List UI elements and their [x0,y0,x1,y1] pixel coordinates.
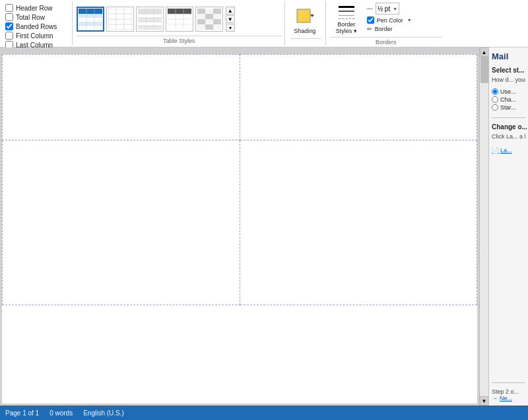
pen-weight-dropdown[interactable]: ½ pt ▼ [376,3,399,15]
doc-page-area[interactable] [0,47,479,405]
main-area: ▲ ▼ Mail Select st... How d... your m...… [0,47,528,405]
borders-group: BorderStyles ▾ — ½ pt ▼ Pen Color ▼ ✏ [327,1,446,45]
style-scroll-up[interactable]: ▲ [226,7,235,15]
border-styles-label: BorderStyles ▾ [336,22,357,35]
header-row-checkbox[interactable] [5,4,13,12]
svg-rect-15 [138,18,162,22]
scroll-track[interactable] [480,57,488,396]
border-styles-button[interactable]: BorderStyles ▾ [330,3,363,37]
table-styles-content: ▲ ▼ ▾ [77,3,282,36]
style-thumb-1-icon [79,9,102,30]
first-column-label: First Column [16,32,53,40]
shading-group: Shading [286,1,326,45]
banded-rows-checkbox-row[interactable]: Banded Rows [5,22,60,30]
style-thumbnails [77,7,223,32]
radio-star[interactable] [492,104,498,111]
radio-use[interactable] [492,88,498,95]
borders-content: BorderStyles ▾ — ½ pt ▼ Pen Color ▼ ✏ [330,3,442,37]
style-scroll-down[interactable]: ▼ [226,15,235,23]
svg-rect-4 [79,26,102,30]
total-row-checkbox[interactable] [5,13,13,21]
header-row-checkbox-row[interactable]: Header Row [5,4,60,12]
style-thumb-2[interactable] [106,7,134,32]
pen-color-arrow: ▼ [407,18,412,22]
radio-use-label: Use... [500,88,516,95]
shading-button[interactable]: Shading [290,4,319,38]
svg-rect-37 [297,9,310,22]
table-row [3,55,477,140]
svg-rect-35 [205,24,213,30]
svg-rect-14 [138,9,162,14]
radio-cha-label: Cha... [500,96,516,103]
svg-rect-32 [205,14,213,19]
table-styles-group: ▲ ▼ ▾ Table Styles [74,1,285,45]
scroll-up-button[interactable]: ▲ [480,47,489,57]
total-row-checkbox-row[interactable]: Total Row [5,13,60,21]
pen-weight-arrow: ▼ [393,7,397,11]
svg-rect-31 [197,9,205,14]
next-arrow-icon: → [492,395,498,402]
table-style-options-group: Header Row Total Row Banded Rows First C… [3,1,73,45]
ribbon: Header Row Total Row Banded Rows First C… [0,0,528,47]
svg-rect-3 [79,22,102,26]
mail-select-description: How d... your m... [492,76,525,84]
mail-change-description: Click La... a label... [492,133,525,141]
scroll-thumb[interactable] [480,57,488,83]
mail-select-title: Select st... [492,67,525,74]
svg-rect-16 [138,26,162,30]
border-lines-icon [337,5,356,20]
shading-icon [296,8,314,26]
pen-color-checkbox[interactable] [367,16,374,24]
mail-label-icon: 📄 [492,147,499,154]
table-cell [240,55,477,140]
doc-scrollbar: ▲ ▼ [479,47,488,405]
table-row [3,140,477,305]
status-page-info: Page 1 of 1 [5,409,39,417]
status-bar: Page 1 of 1 0 words English (U.S.) [0,405,528,420]
radio-cha[interactable] [492,96,498,103]
radio-cha-row[interactable]: Cha... [492,96,525,103]
borders-group-label: Borders [330,37,442,47]
mail-panel-title: Mail [492,51,525,61]
table-cell [3,55,240,140]
table-styles-label: Table Styles [77,36,282,45]
svg-rect-1 [79,14,102,18]
table-cell [240,140,477,305]
status-language: English (U.S.) [83,409,124,417]
svg-rect-2 [79,18,102,22]
shading-content: Shading [290,3,321,38]
mail-panel: Mail Select st... How d... your m... Use… [488,47,528,405]
step-label: Step 2 o... [492,388,519,395]
pen-weight-value: ½ pt [378,5,390,13]
style-thumb-4-icon [168,9,191,30]
header-row-label: Header Row [16,5,53,12]
style-scroll: ▲ ▼ ▾ [226,7,235,32]
style-thumb-2-icon [108,9,132,30]
pen-section: — ½ pt ▼ Pen Color ▼ ✏ Border [367,3,412,32]
document-table [2,54,477,305]
radio-star-row[interactable]: Star... [492,104,525,111]
mail-label-text: La... [500,147,512,154]
mail-label-link[interactable]: 📄 La... [492,147,525,154]
next-link[interactable]: Ne... [500,395,512,402]
pen-color-label: Pen Color [377,17,403,24]
style-thumb-5[interactable] [195,7,223,32]
mail-divider-1 [492,117,525,118]
table-cell [3,140,240,305]
banded-rows-checkbox[interactable] [5,22,13,30]
first-column-checkbox[interactable] [5,32,13,40]
svg-rect-33 [213,9,221,14]
style-thumb-4[interactable] [166,7,193,32]
next-row[interactable]: → Ne... [492,395,525,402]
svg-rect-24 [168,9,191,14]
mail-step-area: Step 2 o... → Ne... [492,377,525,402]
border-painter-label: Border [375,26,393,32]
style-thumb-3[interactable] [136,7,164,32]
style-thumb-1[interactable] [77,7,104,32]
style-scroll-more[interactable]: ▾ [226,24,235,32]
shading-label: Shading [294,28,315,34]
scroll-down-button[interactable]: ▼ [480,396,489,405]
svg-rect-34 [197,19,205,24]
first-column-checkbox-row[interactable]: First Column [5,32,67,40]
radio-use-row[interactable]: Use... [492,88,525,95]
